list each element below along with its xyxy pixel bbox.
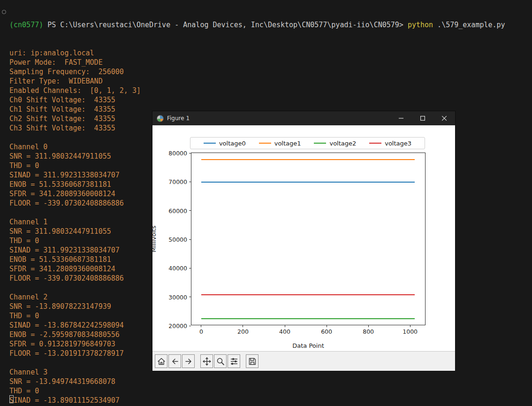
forward-icon (184, 357, 193, 366)
legend-label: voltage3 (385, 140, 411, 147)
series-line-voltage1 (201, 159, 415, 160)
y-tick-label: 50000 (168, 236, 187, 243)
toolbar-separator (241, 361, 246, 361)
x-tick-mark (243, 325, 243, 327)
legend-line-swatch (314, 143, 326, 144)
home-button[interactable] (155, 354, 167, 368)
venv-prefix: (cn0577) (9, 21, 47, 29)
legend-entry-voltage1: voltage1 (259, 140, 301, 147)
x-tick-mark (327, 325, 327, 327)
figure-canvas: voltage0voltage1voltage2voltage3 2000030… (152, 125, 455, 351)
x-tick-label: 600 (321, 328, 332, 335)
save-button[interactable] (246, 354, 258, 368)
legend-label: voltage2 (329, 140, 356, 147)
prompt-command: python (408, 21, 433, 29)
legend-entry-voltage2: voltage2 (314, 140, 356, 147)
legend-label: voltage0 (219, 140, 246, 147)
terminal-line: Power Mode: FAST_MODE (9, 58, 532, 67)
close-button[interactable] (433, 111, 455, 125)
prompt-argument: .\579_example.py (433, 21, 505, 29)
terminal-line: Filter Type: WIDEBAND (9, 77, 532, 86)
configure-subplots-icon (229, 357, 239, 366)
save-icon (248, 357, 257, 366)
figure-toolbar (152, 351, 455, 371)
pan-button[interactable] (200, 354, 213, 368)
x-tick-label: 1000 (403, 328, 418, 335)
close-icon (442, 116, 447, 121)
prompt-path: PS C:\Users\reustaci\OneDrive - Analog D… (47, 21, 408, 29)
terminal-line: SNR = -13.949744319668078 (9, 377, 532, 386)
legend-entry-voltage3: voltage3 (369, 140, 411, 147)
y-tick-mark (189, 268, 191, 268)
legend-label: voltage1 (274, 140, 301, 147)
y-tick-mark (189, 182, 191, 182)
terminal-line: SINAD = -13.89011152534907 (9, 396, 532, 405)
home-icon (157, 357, 166, 366)
y-tick-mark (189, 326, 191, 326)
series-line-voltage3 (201, 294, 415, 295)
maximize-icon (420, 116, 425, 121)
x-tick-label: 200 (237, 328, 249, 335)
y-tick-label: 20000 (168, 322, 187, 329)
x-tick-mark (201, 325, 201, 327)
terminal-line: THD = 0 (9, 386, 532, 396)
y-tick-label: 40000 (168, 265, 187, 272)
y-axis-label: Millivolts (150, 220, 157, 258)
chart-legend: voltage0voltage1voltage2voltage3 (190, 137, 425, 149)
y-tick-label: 80000 (168, 150, 187, 157)
plot-area[interactable]: 2000030000400005000060000700008000002004… (191, 153, 426, 325)
terminal-line: uri: ip:analog.local (9, 48, 532, 58)
minimize-button[interactable] (390, 111, 412, 125)
y-tick-mark (189, 297, 191, 297)
command-marker-icon (2, 10, 6, 14)
matplotlib-logo-icon (157, 115, 164, 122)
back-button[interactable] (168, 354, 181, 368)
x-axis-label: Data Point (292, 342, 324, 349)
legend-entry-voltage0: voltage0 (204, 140, 246, 147)
pan-icon (202, 357, 212, 366)
figure-window: Figure 1 voltage0voltage1voltage2voltage… (152, 111, 455, 371)
configure-subplots-button[interactable] (228, 354, 240, 368)
y-tick-mark (189, 239, 191, 240)
maximize-button[interactable] (412, 111, 433, 125)
minimize-icon (399, 116, 403, 121)
y-tick-label: 60000 (168, 207, 187, 214)
x-tick-label: 800 (363, 328, 374, 335)
terminal-line: Ch0 Shift Voltage: 43355 (9, 95, 532, 105)
y-tick-mark (189, 153, 191, 153)
figure-titlebar[interactable]: Figure 1 (152, 111, 455, 125)
terminal-cursor (9, 395, 14, 403)
series-line-voltage2 (201, 318, 415, 319)
zoom-button[interactable] (214, 354, 227, 368)
toolbar-separator (196, 361, 200, 361)
forward-button[interactable] (182, 354, 195, 368)
x-tick-mark (285, 325, 285, 327)
back-icon (170, 357, 180, 366)
y-tick-mark (189, 210, 191, 211)
window-controls (390, 111, 455, 125)
legend-line-swatch (369, 143, 381, 144)
series-line-voltage0 (201, 182, 415, 183)
x-tick-mark (410, 325, 410, 327)
window-title: Figure 1 (167, 115, 190, 122)
terminal-line: Enabled Channels: [0, 1, 2, 3] (9, 86, 532, 95)
zoom-icon (216, 357, 225, 366)
y-tick-label: 70000 (168, 178, 187, 185)
prompt-line: (cn0577) PS C:\Users\reustaci\OneDrive -… (9, 20, 532, 30)
x-tick-mark (368, 325, 369, 327)
legend-line-swatch (204, 143, 216, 144)
terminal-line: Sampling Frequency: 256000 (9, 67, 532, 77)
x-tick-label: 400 (279, 328, 290, 335)
legend-line-swatch (259, 143, 271, 144)
x-tick-label: 0 (199, 328, 203, 335)
y-tick-label: 30000 (168, 293, 187, 300)
